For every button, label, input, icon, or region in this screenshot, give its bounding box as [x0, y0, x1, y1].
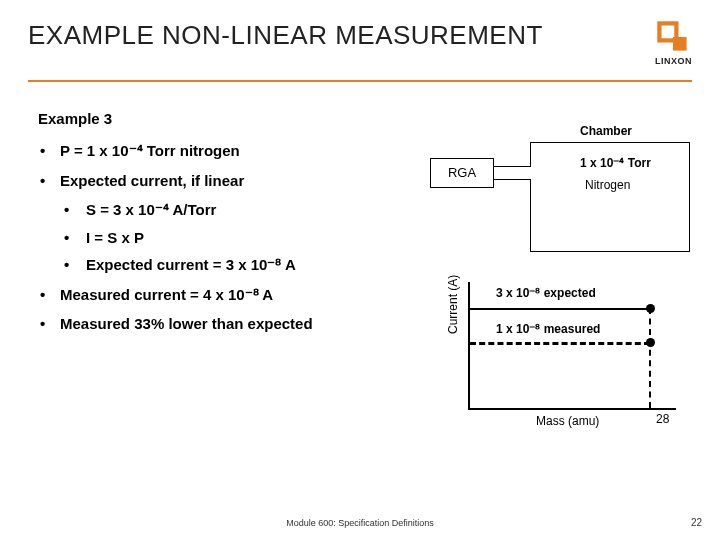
body-content: Example 3 P = 1 x 10⁻⁴ Torr nitrogen Exp… — [38, 110, 313, 344]
sub-bullet-formula: I = S x P — [60, 228, 313, 248]
brand-name: LINXON — [655, 56, 692, 66]
rga-box: RGA — [430, 158, 494, 188]
sub-bullet-sensitivity: S = 3 x 10⁻⁴ A/Torr — [60, 200, 313, 220]
expected-annotation: 3 x 10⁻⁸ expected — [496, 286, 596, 300]
bullet-measured-lower: Measured 33% lower than expected — [38, 314, 313, 334]
measured-annotation: 1 x 10⁻⁸ measured — [496, 322, 600, 336]
x-tick-28: 28 — [656, 412, 669, 426]
connector — [493, 166, 531, 180]
pressure-label: 1 x 10⁻⁴ Torr — [580, 156, 651, 170]
slide-title: EXAMPLE NON-LINEAR MEASUREMENT — [28, 20, 655, 51]
divider — [28, 80, 692, 82]
footer-module: Module 600: Specification Definitions — [0, 518, 720, 528]
brand-logo: LINXON — [655, 20, 692, 66]
y-axis-label: Current (A) — [446, 275, 460, 334]
expected-line — [470, 308, 650, 310]
logo-icon — [656, 20, 690, 54]
gas-label: Nitrogen — [585, 178, 630, 192]
y-axis — [468, 282, 470, 410]
svg-rect-1 — [673, 37, 687, 51]
peak-dropline — [649, 308, 651, 408]
bullet-pressure: P = 1 x 10⁻⁴ Torr nitrogen — [38, 141, 313, 161]
sub-bullet-expected-current: Expected current = 3 x 10⁻⁸ A — [60, 255, 313, 275]
measured-line — [470, 342, 650, 345]
spectrum-plot: 3 x 10⁻⁸ expected 1 x 10⁻⁸ measured Curr… — [460, 282, 682, 442]
bullet-expected-text: Expected current, if linear — [60, 172, 244, 189]
x-axis — [468, 408, 676, 410]
bullet-measured-current: Measured current = 4 x 10⁻⁸ A — [38, 285, 313, 305]
page-number: 22 — [691, 517, 702, 528]
chamber-label: Chamber — [580, 124, 632, 138]
x-axis-label: Mass (amu) — [536, 414, 599, 428]
bullet-expected-linear: Expected current, if linear S = 3 x 10⁻⁴… — [38, 171, 313, 275]
example-label: Example 3 — [38, 110, 313, 127]
